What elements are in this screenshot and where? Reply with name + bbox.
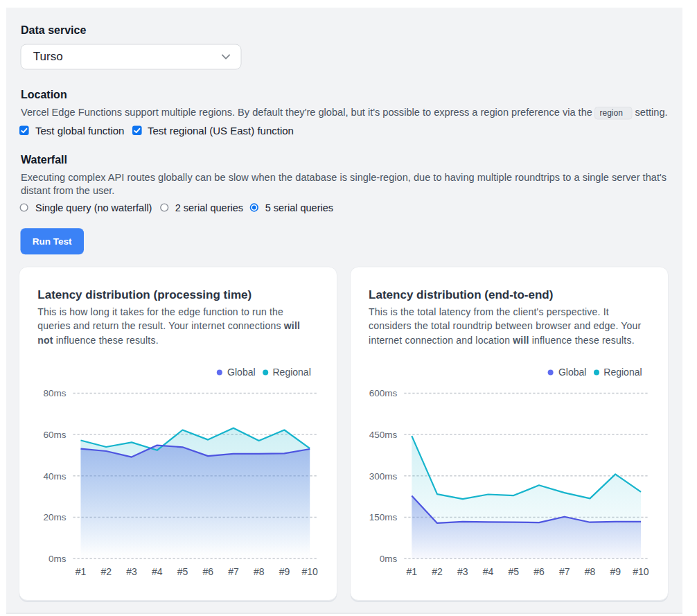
svg-text:#7: #7: [228, 566, 239, 577]
svg-text:#8: #8: [585, 566, 596, 577]
svg-text:Executing complex API routes g: Executing complex API routes globally ca…: [21, 172, 667, 183]
svg-text:#1: #1: [407, 566, 418, 577]
svg-text:40ms: 40ms: [43, 471, 66, 482]
svg-text:#3: #3: [126, 566, 137, 577]
svg-text:#2: #2: [432, 566, 443, 577]
svg-text:#8: #8: [254, 566, 265, 577]
svg-text:#4: #4: [483, 566, 494, 577]
svg-text:#2: #2: [100, 566, 112, 577]
svg-text:Latency distribution (end-to-e: Latency distribution (end-to-end): [369, 288, 553, 301]
svg-text:Latency distribution (processi: Latency distribution (processing time): [37, 288, 252, 301]
svg-text:0ms: 0ms: [380, 554, 398, 564]
svg-text:#9: #9: [279, 566, 290, 577]
svg-text:distant from the user.: distant from the user.: [21, 185, 114, 196]
svg-text:Global: Global: [558, 367, 586, 378]
svg-text:#3: #3: [457, 566, 468, 577]
svg-text:#6: #6: [533, 566, 545, 577]
svg-text:80ms: 80ms: [43, 388, 66, 398]
svg-text:600ms: 600ms: [369, 388, 398, 398]
svg-text:not influence these results.: not influence these results.: [37, 335, 158, 346]
svg-text:#7: #7: [559, 566, 570, 577]
svg-text:150ms: 150ms: [369, 512, 398, 522]
svg-text:300ms: 300ms: [369, 471, 398, 482]
svg-text:#9: #9: [610, 566, 621, 577]
svg-text:Regional: Regional: [273, 367, 311, 378]
svg-text:#4: #4: [152, 566, 163, 577]
svg-text:Waterfall: Waterfall: [21, 154, 67, 166]
svg-text:#10: #10: [633, 566, 649, 577]
svg-text:#1: #1: [76, 566, 87, 577]
svg-text:#10: #10: [301, 566, 318, 577]
svg-text:Data service: Data service: [21, 24, 86, 36]
svg-text:considers the total roundtrip: considers the total roundtrip between br…: [369, 320, 642, 331]
svg-text:Regional: Regional: [603, 367, 642, 378]
svg-text:Test regional (US East) functi: Test regional (US East) function: [148, 125, 294, 137]
svg-text:450ms: 450ms: [369, 430, 398, 440]
svg-text:5 serial queries: 5 serial queries: [265, 202, 333, 213]
svg-text:queries and return the result.: queries and return the result. Your inte…: [37, 320, 300, 331]
svg-text:2 serial queries: 2 serial queries: [175, 202, 243, 213]
svg-text:#6: #6: [202, 566, 213, 577]
svg-text:internet connection and locati: internet connection and location will in…: [369, 335, 635, 346]
svg-text:Turso: Turso: [33, 50, 63, 63]
svg-text:Vercel Edge Functions support: Vercel Edge Functions support multiple r…: [21, 107, 592, 118]
svg-text:0ms: 0ms: [48, 554, 67, 564]
svg-text:20ms: 20ms: [43, 512, 66, 522]
svg-text:#5: #5: [177, 566, 188, 577]
svg-text:Location: Location: [21, 89, 67, 100]
svg-text:#5: #5: [508, 566, 519, 577]
svg-text:60ms: 60ms: [43, 430, 66, 440]
svg-text:This is how long it takes for: This is how long it takes for the edge f…: [37, 306, 283, 317]
svg-text:This is the total latency from: This is the total latency from the clien…: [369, 306, 609, 317]
svg-text:region: region: [600, 108, 623, 118]
svg-text:Global: Global: [227, 367, 255, 378]
svg-text:Single query (no waterfall): Single query (no waterfall): [35, 202, 152, 213]
svg-text:Run Test: Run Test: [33, 236, 72, 247]
svg-text:setting.: setting.: [635, 107, 668, 118]
svg-text:Test global function: Test global function: [35, 125, 124, 137]
